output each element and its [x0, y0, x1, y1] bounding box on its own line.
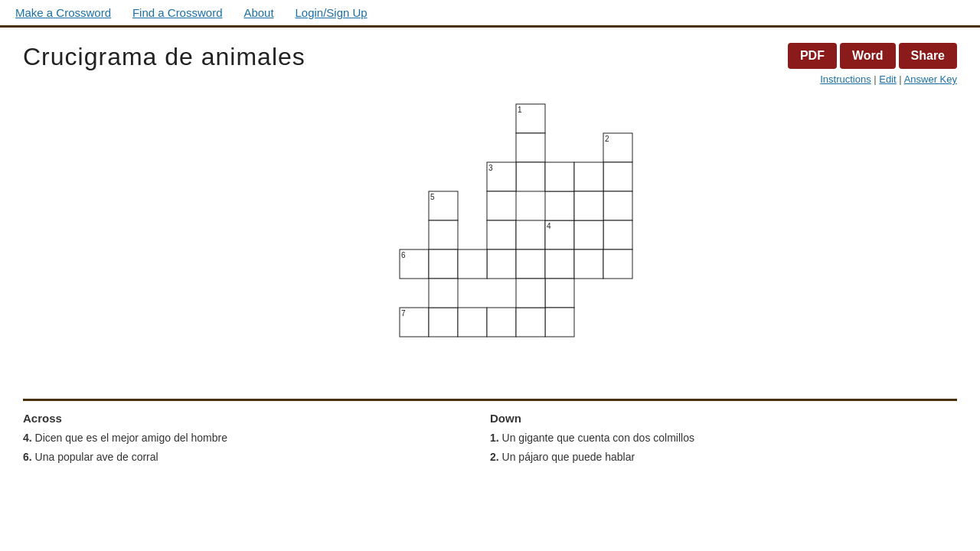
svg-rect-34 — [516, 308, 545, 337]
down-clue-1-num: 1. — [490, 432, 499, 444]
nav-login[interactable]: Login/Sign Up — [295, 6, 367, 19]
svg-rect-41 — [574, 249, 603, 279]
down-clue-2-num: 2. — [490, 451, 499, 463]
svg-rect-14 — [516, 220, 545, 249]
svg-rect-38 — [545, 162, 574, 191]
word-button[interactable]: Word — [840, 43, 896, 69]
svg-text:6: 6 — [401, 251, 406, 259]
down-clue-2-text: Un pájaro que puede hablar — [502, 451, 635, 463]
down-header: Down — [490, 412, 942, 425]
header: Make a Crossword Find a Crossword About … — [0, 0, 980, 28]
down-clue-2: 2. Un pájaro que puede hablar — [490, 450, 942, 465]
sep1: | — [871, 73, 880, 85]
svg-rect-6 — [603, 162, 632, 191]
crossword-svg: // We'll draw the crossword using JavaSc… — [260, 100, 720, 376]
svg-rect-35 — [429, 279, 458, 308]
svg-rect-17 — [574, 220, 603, 249]
page-title: Crucigrama de animales — [23, 43, 305, 71]
svg-rect-40 — [574, 191, 603, 220]
svg-rect-7 — [603, 191, 632, 220]
crossword-grid-area: // We'll draw the crossword using JavaSc… — [23, 100, 957, 376]
pdf-button[interactable]: PDF — [788, 43, 837, 69]
grid-cells: 1234567 — [400, 104, 632, 337]
svg-rect-42 — [603, 249, 632, 279]
svg-rect-28 — [545, 308, 574, 337]
svg-rect-25 — [516, 249, 545, 279]
across-clue-4: 4. Dicen que es el mejor amigo del hombr… — [23, 431, 475, 446]
share-button[interactable]: Share — [899, 43, 957, 69]
svg-rect-32 — [458, 308, 487, 337]
action-buttons: PDF Word Share Instructions | Edit | Ans… — [788, 43, 957, 85]
svg-rect-11 — [487, 191, 516, 220]
svg-rect-23 — [429, 249, 458, 279]
svg-rect-36 — [516, 279, 545, 308]
svg-text:2: 2 — [605, 135, 609, 143]
nav-about[interactable]: About — [243, 6, 273, 19]
svg-text:7: 7 — [401, 309, 406, 318]
instructions-link[interactable]: Instructions — [820, 73, 871, 85]
main-content: Crucigrama de animales PDF Word Share In… — [0, 28, 980, 484]
svg-text:4: 4 — [547, 222, 551, 230]
svg-rect-20 — [429, 220, 458, 249]
nav-make-crossword[interactable]: Make a Crossword — [15, 6, 111, 19]
sep2: | — [897, 73, 904, 85]
clues-section: Across 4. Dicen que es el mejor amigo de… — [23, 399, 957, 468]
sub-links: Instructions | Edit | Answer Key — [820, 73, 957, 85]
svg-rect-31 — [429, 308, 458, 337]
across-header: Across — [23, 412, 475, 425]
svg-rect-12 — [487, 220, 516, 249]
across-clue-6-num: 6. — [23, 451, 32, 463]
svg-rect-8 — [603, 220, 632, 249]
svg-rect-26 — [545, 249, 574, 279]
across-clue-4-num: 4. — [23, 432, 32, 444]
answer-key-link[interactable]: Answer Key — [904, 73, 957, 85]
down-clue-1-text: Un gigante que cuenta con dos colmillos — [502, 432, 694, 444]
svg-rect-27 — [545, 279, 574, 308]
nav-find-crossword[interactable]: Find a Crossword — [132, 6, 223, 19]
svg-text:1: 1 — [518, 106, 522, 114]
svg-rect-24 — [458, 249, 487, 279]
across-clue-4-text: Dicen que es el mejor amigo del hombre — [35, 432, 227, 444]
svg-text:5: 5 — [430, 193, 435, 201]
svg-rect-39 — [574, 162, 603, 191]
clues-down: Down 1. Un gigante que cuenta con dos co… — [490, 412, 957, 468]
button-row: PDF Word Share — [788, 43, 957, 69]
svg-text:3: 3 — [488, 164, 493, 172]
across-clue-6-text: Una popular ave de corral — [35, 451, 158, 463]
title-row: Crucigrama de animales PDF Word Share In… — [23, 43, 957, 85]
edit-link[interactable]: Edit — [879, 73, 896, 85]
svg-rect-33 — [487, 308, 516, 337]
svg-rect-2 — [516, 133, 545, 162]
svg-rect-13 — [487, 249, 516, 279]
down-clue-1: 1. Un gigante que cuenta con dos colmill… — [490, 431, 942, 446]
across-clue-6: 6. Una popular ave de corral — [23, 450, 475, 465]
svg-rect-37 — [545, 191, 574, 220]
svg-rect-3 — [516, 162, 545, 191]
clues-across: Across 4. Dicen que es el mejor amigo de… — [23, 412, 490, 468]
